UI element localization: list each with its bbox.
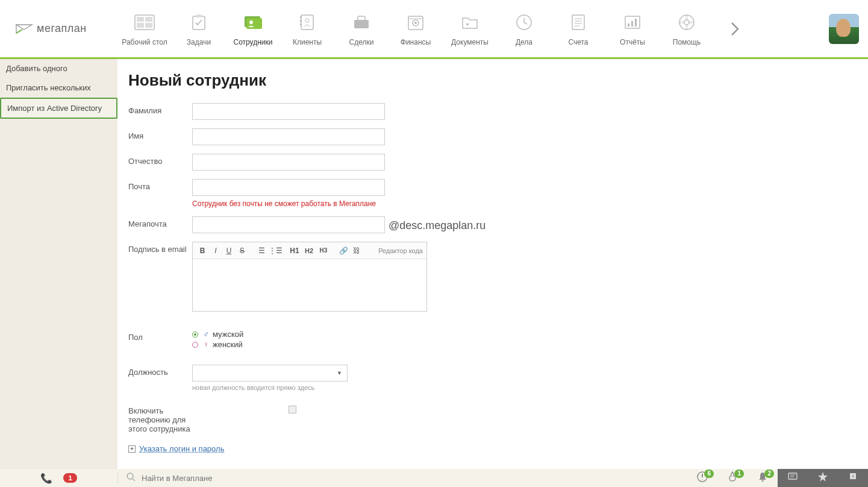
nav-label: Клиенты	[293, 38, 322, 46]
signature-label: Подпись в email	[128, 242, 192, 254]
position-hint: новая должность вводится прямо здесь	[192, 384, 348, 391]
footer-chat[interactable]	[778, 469, 808, 487]
h3-btn[interactable]: H3	[317, 247, 330, 254]
sidebar-item-import-ad[interactable]: Импорт из Active Directory	[0, 98, 117, 119]
ol-btn[interactable]: ☰	[255, 247, 267, 255]
name-input[interactable]	[192, 128, 385, 145]
nav-finance[interactable]: Финансы	[389, 5, 443, 52]
alert-badge: 6	[704, 470, 714, 478]
strike-btn[interactable]: S	[236, 247, 248, 255]
h1-btn[interactable]: H1	[288, 247, 301, 255]
sidebar-item-add-one[interactable]: Добавить одного	[0, 59, 117, 78]
svg-rect-23	[631, 21, 633, 27]
h2-btn[interactable]: H2	[302, 247, 316, 254]
nav-tasks[interactable]: Задачи	[172, 5, 226, 52]
star-icon	[817, 471, 828, 485]
nav-items: Рабочий стол Задачи Сотрудники Клиенты С…	[117, 5, 750, 52]
nav-deals[interactable]: Сделки	[334, 5, 389, 52]
signature-editor: B I U S ☰ ⋮☰ H1 H2 H3 🔗 ⛓ Ре	[192, 242, 427, 312]
logo-text: мегаплан	[37, 22, 87, 35]
svg-point-27	[127, 473, 133, 479]
megamail-label: Мегапочта	[128, 216, 192, 228]
nav-more-arrow[interactable]	[720, 5, 750, 52]
finance-icon	[402, 11, 429, 33]
footer-alert[interactable]: 6	[687, 469, 717, 487]
footer-bar: 📞 1 6 1 2	[0, 469, 868, 487]
nav-help[interactable]: Помощь	[660, 5, 714, 52]
nav-reports[interactable]: Отчёты	[605, 5, 660, 52]
unlink-btn[interactable]: ⛓	[351, 247, 363, 255]
logo[interactable]: мегаплан	[0, 22, 117, 36]
footer-flag[interactable]: !	[838, 469, 868, 487]
code-editor-btn[interactable]: Редактор кода	[378, 247, 423, 254]
link-btn[interactable]: 🔗	[337, 247, 349, 255]
svg-rect-29	[788, 473, 797, 479]
editor-body[interactable]	[193, 259, 426, 311]
login-link-label: Указать логин и пароль	[139, 444, 224, 453]
footer-fire[interactable]: 1	[717, 469, 748, 487]
nav-label: Помощь	[673, 38, 701, 46]
footer-star[interactable]	[808, 469, 838, 487]
svg-text:!: !	[852, 474, 854, 479]
ul-btn[interactable]: ⋮☰	[269, 247, 281, 255]
nav-documents[interactable]: Документы	[443, 5, 497, 52]
login-password-expand[interactable]: + Указать логин и пароль	[128, 444, 857, 453]
footer-search	[117, 473, 687, 483]
radio-dot-icon	[192, 342, 198, 348]
flag-icon: !	[848, 472, 858, 484]
patronymic-input[interactable]	[192, 154, 385, 171]
male-icon: ♂	[202, 330, 210, 339]
fire-badge: 1	[734, 470, 744, 478]
nav-label: Счета	[568, 38, 588, 46]
megamail-suffix: @desc.megaplan.ru	[389, 218, 486, 232]
svg-rect-8	[246, 18, 262, 29]
content: Новый сотрудник Фамилия Имя Отчество Поч…	[117, 59, 868, 469]
bold-btn[interactable]: B	[196, 247, 208, 255]
logo-icon	[15, 22, 33, 36]
gender-female-radio[interactable]: ♀ женский	[192, 340, 243, 349]
email-hint: Сотрудник без почты не сможет работать в…	[192, 200, 385, 208]
plus-icon: +	[128, 445, 136, 453]
nav-desktop[interactable]: Рабочий стол	[117, 5, 172, 52]
nav-clients[interactable]: Клиенты	[280, 5, 334, 52]
position-select[interactable]: ▼	[192, 365, 348, 382]
svg-point-26	[684, 20, 689, 25]
nav-employees[interactable]: Сотрудники	[226, 5, 280, 52]
svg-point-9	[249, 20, 253, 24]
phone-badge[interactable]: 1	[63, 473, 76, 483]
sidebar-item-invite-many[interactable]: Пригласить нескольких	[0, 78, 117, 98]
phone-icon[interactable]: 📞	[40, 473, 52, 484]
activities-icon	[511, 11, 537, 33]
nav-label: Документы	[451, 38, 489, 46]
svg-rect-24	[635, 19, 637, 27]
underline-btn[interactable]: U	[223, 247, 235, 255]
svg-rect-12	[300, 20, 302, 22]
megamail-input[interactable]	[192, 216, 385, 233]
svg-rect-13	[300, 24, 302, 25]
svg-rect-20	[572, 15, 584, 30]
footer-bell[interactable]: 2	[748, 469, 778, 487]
gender-male-radio[interactable]: ♂ мужской	[192, 330, 243, 339]
telephony-checkbox[interactable]	[289, 406, 296, 413]
surname-input[interactable]	[192, 103, 385, 120]
svg-point-14	[305, 19, 309, 22]
nav-label: Рабочий стол	[122, 38, 167, 46]
nav-invoices[interactable]: Счета	[551, 5, 605, 52]
sidebar: Добавить одного Пригласить нескольких Им…	[0, 59, 117, 469]
svg-rect-6	[196, 14, 201, 17]
email-label: Почта	[128, 179, 192, 191]
nav-label: Отчёты	[620, 38, 645, 46]
search-input[interactable]	[142, 474, 322, 483]
user-avatar[interactable]	[829, 14, 859, 44]
nav-activities[interactable]: Дела	[497, 5, 551, 52]
patronymic-label: Отчество	[128, 154, 192, 166]
nav-label: Сотрудники	[234, 38, 273, 46]
clients-icon	[294, 11, 320, 33]
email-input[interactable]	[192, 179, 385, 196]
radio-dot-icon	[192, 331, 198, 338]
main-wrap: Добавить одного Пригласить нескольких Им…	[0, 59, 868, 469]
page-title: Новый сотрудник	[128, 71, 857, 90]
gender-male-label: мужской	[213, 330, 243, 339]
reports-icon	[619, 11, 646, 33]
italic-btn[interactable]: I	[210, 247, 222, 255]
